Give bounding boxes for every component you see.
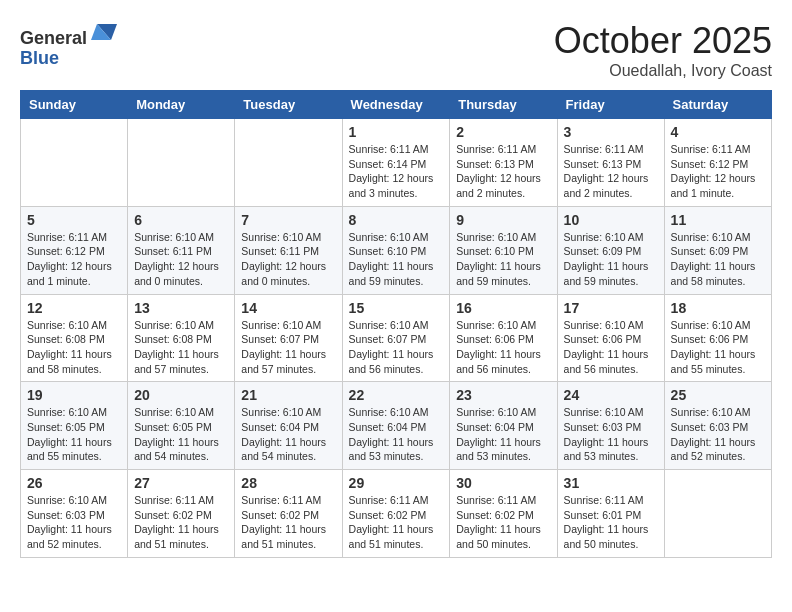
day-info: Sunrise: 6:10 AM Sunset: 6:10 PM Dayligh… <box>349 230 444 289</box>
calendar-cell: 7Sunrise: 6:10 AM Sunset: 6:11 PM Daylig… <box>235 206 342 294</box>
calendar-cell: 24Sunrise: 6:10 AM Sunset: 6:03 PM Dayli… <box>557 382 664 470</box>
day-number: 18 <box>671 300 765 316</box>
day-number: 6 <box>134 212 228 228</box>
calendar-cell: 31Sunrise: 6:11 AM Sunset: 6:01 PM Dayli… <box>557 470 664 558</box>
calendar-body: 1Sunrise: 6:11 AM Sunset: 6:14 PM Daylig… <box>21 119 772 558</box>
calendar-table: SundayMondayTuesdayWednesdayThursdayFrid… <box>20 90 772 558</box>
calendar-cell: 26Sunrise: 6:10 AM Sunset: 6:03 PM Dayli… <box>21 470 128 558</box>
day-info: Sunrise: 6:11 AM Sunset: 6:01 PM Dayligh… <box>564 493 658 552</box>
day-number: 26 <box>27 475 121 491</box>
day-info: Sunrise: 6:10 AM Sunset: 6:07 PM Dayligh… <box>349 318 444 377</box>
day-number: 31 <box>564 475 658 491</box>
calendar-header-row: SundayMondayTuesdayWednesdayThursdayFrid… <box>21 91 772 119</box>
calendar-week-row: 1Sunrise: 6:11 AM Sunset: 6:14 PM Daylig… <box>21 119 772 207</box>
day-info: Sunrise: 6:10 AM Sunset: 6:08 PM Dayligh… <box>27 318 121 377</box>
calendar-cell: 8Sunrise: 6:10 AM Sunset: 6:10 PM Daylig… <box>342 206 450 294</box>
calendar-cell: 1Sunrise: 6:11 AM Sunset: 6:14 PM Daylig… <box>342 119 450 207</box>
calendar-week-row: 12Sunrise: 6:10 AM Sunset: 6:08 PM Dayli… <box>21 294 772 382</box>
calendar-week-row: 5Sunrise: 6:11 AM Sunset: 6:12 PM Daylig… <box>21 206 772 294</box>
day-info: Sunrise: 6:10 AM Sunset: 6:04 PM Dayligh… <box>241 405 335 464</box>
calendar-cell: 2Sunrise: 6:11 AM Sunset: 6:13 PM Daylig… <box>450 119 557 207</box>
calendar-day-header: Monday <box>128 91 235 119</box>
day-info: Sunrise: 6:10 AM Sunset: 6:11 PM Dayligh… <box>241 230 335 289</box>
day-number: 19 <box>27 387 121 403</box>
calendar-cell <box>21 119 128 207</box>
day-number: 4 <box>671 124 765 140</box>
calendar-day-header: Thursday <box>450 91 557 119</box>
calendar-cell: 10Sunrise: 6:10 AM Sunset: 6:09 PM Dayli… <box>557 206 664 294</box>
calendar-cell: 5Sunrise: 6:11 AM Sunset: 6:12 PM Daylig… <box>21 206 128 294</box>
logo-blue-text: Blue <box>20 48 59 68</box>
day-info: Sunrise: 6:11 AM Sunset: 6:14 PM Dayligh… <box>349 142 444 201</box>
day-info: Sunrise: 6:11 AM Sunset: 6:12 PM Dayligh… <box>671 142 765 201</box>
day-info: Sunrise: 6:10 AM Sunset: 6:04 PM Dayligh… <box>349 405 444 464</box>
day-info: Sunrise: 6:10 AM Sunset: 6:10 PM Dayligh… <box>456 230 550 289</box>
calendar-cell: 22Sunrise: 6:10 AM Sunset: 6:04 PM Dayli… <box>342 382 450 470</box>
day-number: 30 <box>456 475 550 491</box>
day-number: 20 <box>134 387 228 403</box>
calendar-cell: 29Sunrise: 6:11 AM Sunset: 6:02 PM Dayli… <box>342 470 450 558</box>
month-title: October 2025 <box>554 20 772 62</box>
day-info: Sunrise: 6:10 AM Sunset: 6:03 PM Dayligh… <box>671 405 765 464</box>
day-number: 27 <box>134 475 228 491</box>
logo-icon <box>89 20 119 44</box>
calendar-cell: 28Sunrise: 6:11 AM Sunset: 6:02 PM Dayli… <box>235 470 342 558</box>
day-info: Sunrise: 6:10 AM Sunset: 6:08 PM Dayligh… <box>134 318 228 377</box>
title-block: October 2025 Ouedallah, Ivory Coast <box>554 20 772 80</box>
calendar-cell: 27Sunrise: 6:11 AM Sunset: 6:02 PM Dayli… <box>128 470 235 558</box>
day-number: 7 <box>241 212 335 228</box>
calendar-cell: 20Sunrise: 6:10 AM Sunset: 6:05 PM Dayli… <box>128 382 235 470</box>
calendar-day-header: Saturday <box>664 91 771 119</box>
day-info: Sunrise: 6:11 AM Sunset: 6:13 PM Dayligh… <box>564 142 658 201</box>
calendar-cell: 21Sunrise: 6:10 AM Sunset: 6:04 PM Dayli… <box>235 382 342 470</box>
day-number: 8 <box>349 212 444 228</box>
day-info: Sunrise: 6:11 AM Sunset: 6:02 PM Dayligh… <box>134 493 228 552</box>
day-info: Sunrise: 6:10 AM Sunset: 6:06 PM Dayligh… <box>671 318 765 377</box>
day-number: 11 <box>671 212 765 228</box>
day-info: Sunrise: 6:10 AM Sunset: 6:05 PM Dayligh… <box>27 405 121 464</box>
calendar-day-header: Sunday <box>21 91 128 119</box>
day-info: Sunrise: 6:10 AM Sunset: 6:09 PM Dayligh… <box>671 230 765 289</box>
calendar-cell: 9Sunrise: 6:10 AM Sunset: 6:10 PM Daylig… <box>450 206 557 294</box>
day-number: 2 <box>456 124 550 140</box>
location-text: Ouedallah, Ivory Coast <box>554 62 772 80</box>
day-number: 15 <box>349 300 444 316</box>
calendar-cell: 30Sunrise: 6:11 AM Sunset: 6:02 PM Dayli… <box>450 470 557 558</box>
day-number: 21 <box>241 387 335 403</box>
day-info: Sunrise: 6:10 AM Sunset: 6:07 PM Dayligh… <box>241 318 335 377</box>
logo: General Blue <box>20 20 119 69</box>
day-number: 16 <box>456 300 550 316</box>
day-number: 24 <box>564 387 658 403</box>
calendar-cell: 6Sunrise: 6:10 AM Sunset: 6:11 PM Daylig… <box>128 206 235 294</box>
calendar-cell: 17Sunrise: 6:10 AM Sunset: 6:06 PM Dayli… <box>557 294 664 382</box>
day-number: 12 <box>27 300 121 316</box>
calendar-cell: 25Sunrise: 6:10 AM Sunset: 6:03 PM Dayli… <box>664 382 771 470</box>
day-info: Sunrise: 6:11 AM Sunset: 6:02 PM Dayligh… <box>349 493 444 552</box>
calendar-week-row: 19Sunrise: 6:10 AM Sunset: 6:05 PM Dayli… <box>21 382 772 470</box>
day-number: 13 <box>134 300 228 316</box>
calendar-day-header: Wednesday <box>342 91 450 119</box>
calendar-cell: 18Sunrise: 6:10 AM Sunset: 6:06 PM Dayli… <box>664 294 771 382</box>
calendar-cell: 11Sunrise: 6:10 AM Sunset: 6:09 PM Dayli… <box>664 206 771 294</box>
day-number: 25 <box>671 387 765 403</box>
day-info: Sunrise: 6:10 AM Sunset: 6:05 PM Dayligh… <box>134 405 228 464</box>
day-info: Sunrise: 6:11 AM Sunset: 6:13 PM Dayligh… <box>456 142 550 201</box>
calendar-cell: 12Sunrise: 6:10 AM Sunset: 6:08 PM Dayli… <box>21 294 128 382</box>
calendar-cell: 23Sunrise: 6:10 AM Sunset: 6:04 PM Dayli… <box>450 382 557 470</box>
day-number: 9 <box>456 212 550 228</box>
day-number: 10 <box>564 212 658 228</box>
day-number: 3 <box>564 124 658 140</box>
calendar-day-header: Tuesday <box>235 91 342 119</box>
day-number: 23 <box>456 387 550 403</box>
calendar-day-header: Friday <box>557 91 664 119</box>
day-info: Sunrise: 6:10 AM Sunset: 6:04 PM Dayligh… <box>456 405 550 464</box>
day-number: 17 <box>564 300 658 316</box>
calendar-cell: 16Sunrise: 6:10 AM Sunset: 6:06 PM Dayli… <box>450 294 557 382</box>
calendar-cell: 13Sunrise: 6:10 AM Sunset: 6:08 PM Dayli… <box>128 294 235 382</box>
day-info: Sunrise: 6:10 AM Sunset: 6:03 PM Dayligh… <box>27 493 121 552</box>
day-info: Sunrise: 6:10 AM Sunset: 6:06 PM Dayligh… <box>456 318 550 377</box>
day-number: 5 <box>27 212 121 228</box>
page-header: General Blue October 2025 Ouedallah, Ivo… <box>20 20 772 80</box>
day-info: Sunrise: 6:11 AM Sunset: 6:02 PM Dayligh… <box>456 493 550 552</box>
day-info: Sunrise: 6:10 AM Sunset: 6:03 PM Dayligh… <box>564 405 658 464</box>
